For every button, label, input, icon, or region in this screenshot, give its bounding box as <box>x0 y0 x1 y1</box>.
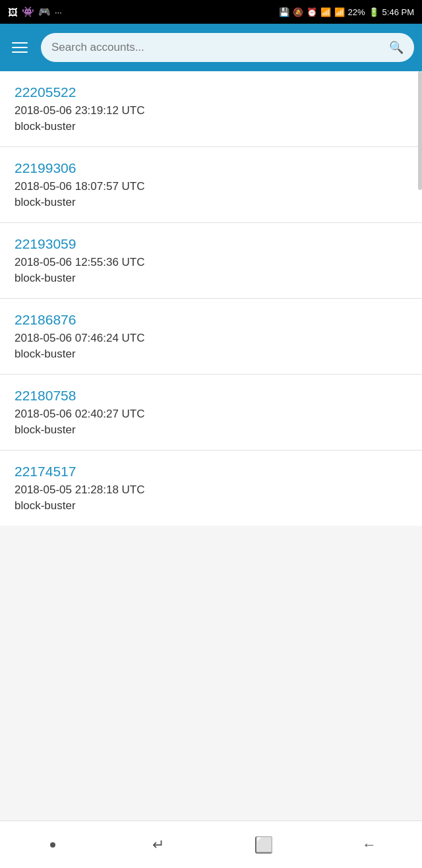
list-item[interactable]: 221745172018-05-05 21:28:18 UTCblock-bus… <box>0 450 422 526</box>
recent-icon: ↵ <box>152 836 164 853</box>
list-item[interactable]: 221930592018-05-06 12:55:36 UTCblock-bus… <box>0 223 422 299</box>
back-icon: ← <box>362 836 377 853</box>
item-name: block-buster <box>15 196 407 209</box>
search-bar[interactable]: 🔍 <box>41 33 414 62</box>
home-icon: ⬜ <box>255 836 272 853</box>
status-left: 🖼 👾 🎮 ··· <box>8 6 62 18</box>
nav-back-button[interactable]: ← <box>343 821 396 869</box>
status-bar: 🖼 👾 🎮 ··· 💾 🔕 ⏰ 📶 📶 22% 🔋 5:46 PM <box>0 0 422 24</box>
item-date: 2018-05-06 02:40:27 UTC <box>15 408 407 421</box>
nav-recent-button[interactable]: ↵ <box>132 821 185 869</box>
battery-icon: 🔋 <box>369 7 379 17</box>
item-id: 22174517 <box>15 464 407 480</box>
accounts-list: 222055222018-05-06 23:19:12 UTCblock-bus… <box>0 71 422 526</box>
item-name: block-buster <box>15 423 407 437</box>
scrollbar <box>418 71 422 190</box>
item-name: block-buster <box>15 348 407 361</box>
item-date: 2018-05-06 07:46:24 UTC <box>15 332 407 345</box>
item-name: block-buster <box>15 499 407 512</box>
list-item[interactable]: 222055222018-05-06 23:19:12 UTCblock-bus… <box>0 71 422 147</box>
notification-icon: 🖼 <box>8 7 18 18</box>
list-item[interactable]: 221868762018-05-06 07:46:24 UTCblock-bus… <box>0 299 422 375</box>
item-id: 22193059 <box>15 236 407 252</box>
item-id: 22199306 <box>15 160 407 176</box>
battery-text: 22% <box>348 7 365 17</box>
signal-icon: 📶 <box>334 7 345 17</box>
item-date: 2018-05-05 21:28:18 UTC <box>15 483 407 497</box>
list-item[interactable]: 221993062018-05-06 18:07:57 UTCblock-bus… <box>0 147 422 223</box>
dot-icon <box>50 842 55 848</box>
item-date: 2018-05-06 18:07:57 UTC <box>15 180 407 193</box>
item-id: 22180758 <box>15 388 407 404</box>
mute-icon: 🔕 <box>293 7 303 17</box>
item-date: 2018-05-06 12:55:36 UTC <box>15 256 407 269</box>
content-area: 222055222018-05-06 23:19:12 UTCblock-bus… <box>0 71 422 573</box>
bottom-navigation: ↵ ⬜ ← <box>0 821 422 868</box>
sd-icon: 💾 <box>279 7 289 17</box>
item-id: 22205522 <box>15 84 407 100</box>
status-right: 💾 🔕 ⏰ 📶 📶 22% 🔋 5:46 PM <box>279 7 414 17</box>
more-icon: ··· <box>55 7 62 17</box>
nav-home-button[interactable]: ⬜ <box>237 821 290 869</box>
wifi-icon: 📶 <box>320 7 331 17</box>
item-date: 2018-05-06 23:19:12 UTC <box>15 104 407 117</box>
item-id: 22186876 <box>15 312 407 328</box>
alarm-icon: ⏰ <box>307 7 317 17</box>
time-display: 5:46 PM <box>382 7 414 17</box>
search-input[interactable] <box>51 41 384 54</box>
item-name: block-buster <box>15 120 407 133</box>
game-icon: 🎮 <box>38 6 51 18</box>
item-name: block-buster <box>15 272 407 285</box>
list-item[interactable]: 221807582018-05-06 02:40:27 UTCblock-bus… <box>0 375 422 450</box>
app-bar: 🔍 <box>0 24 422 71</box>
menu-button[interactable] <box>8 38 32 57</box>
nav-dot-button[interactable] <box>26 821 79 869</box>
search-icon: 🔍 <box>389 40 404 55</box>
discord-icon: 👾 <box>22 6 34 18</box>
